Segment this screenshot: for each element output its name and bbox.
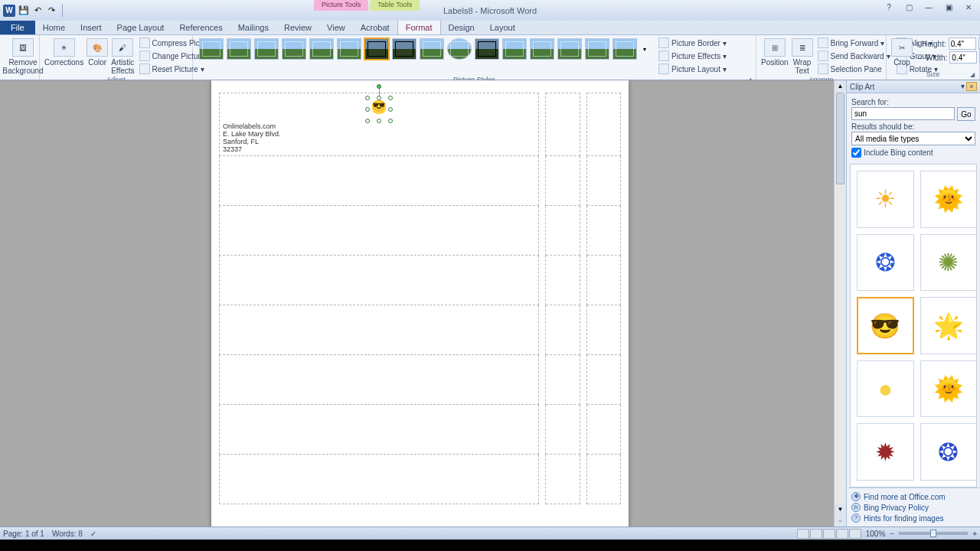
picture-styles-gallery[interactable]: ▾ — [198, 37, 651, 61]
include-bing-label: Include Bing content — [864, 148, 933, 157]
label-cell[interactable]: Onlinelabels.com E. Lake Mary Blvd. Sanf… — [220, 93, 539, 156]
rotate-handle[interactable] — [377, 84, 381, 89]
tab-format[interactable]: Format — [397, 20, 441, 34]
selection-pane-button[interactable]: Selection Pane — [816, 63, 892, 75]
label-cell[interactable] — [586, 93, 620, 156]
tab-view[interactable]: View — [319, 21, 353, 34]
page-status[interactable]: Page: 1 of 1 — [3, 530, 44, 538]
clipart-result-item[interactable]: 😎 — [857, 297, 914, 354]
tab-insert[interactable]: Insert — [73, 21, 109, 34]
clipart-result-item[interactable]: ● — [857, 360, 914, 418]
labels-table[interactable]: Onlinelabels.com E. Lake Mary Blvd. Sanf… — [219, 93, 621, 504]
tab-file[interactable]: File — [0, 21, 35, 34]
proofing-icon[interactable]: ✓ — [90, 530, 96, 538]
wrap-text-button[interactable]: ≣Wrap Text — [792, 37, 813, 75]
tab-references[interactable]: References — [172, 21, 230, 34]
label-cell[interactable] — [546, 93, 580, 156]
clipart-result-item[interactable]: 🌟 — [920, 297, 977, 354]
contextual-tabs: Picture Tools Table Tools — [314, 0, 420, 11]
undo-icon[interactable]: ↶ — [32, 5, 43, 16]
label-text-line: Sanford, FL — [223, 138, 535, 145]
remove-background-button[interactable]: 🖼Remove Background — [5, 37, 41, 75]
corrections-button[interactable]: ☀Corrections — [44, 37, 83, 67]
table-tools-tab-header: Table Tools — [370, 0, 420, 11]
document-title: Labels8 - Microsoft Word — [443, 6, 537, 15]
zoom-level[interactable]: 100% — [866, 530, 886, 538]
tab-review[interactable]: Review — [276, 21, 319, 34]
position-button[interactable]: ⊞Position — [761, 37, 789, 67]
help-icon[interactable]: ? — [880, 2, 897, 12]
bring-forward-button[interactable]: Bring Forward ▾ — [816, 37, 892, 49]
clipart-result-item[interactable]: 🌞 — [920, 360, 977, 418]
go-button[interactable]: Go — [957, 107, 975, 121]
label-text-line: Onlinelabels.com — [223, 122, 535, 130]
hints-link[interactable]: ?Hints for finding images — [851, 513, 975, 523]
zoom-in-button[interactable]: + — [972, 530, 977, 538]
ribbon-tabs: File Home Insert Page Layout References … — [0, 21, 980, 34]
vertical-scrollbar[interactable]: ▲ ▼ ◦ — [834, 80, 846, 527]
send-backward-button[interactable]: Send Backward ▾ — [816, 50, 892, 62]
zoom-out-button[interactable]: − — [890, 530, 894, 538]
picture-effects-button[interactable]: Picture Effects ▾ — [657, 50, 728, 62]
page-nav-icon[interactable]: ◦ — [835, 515, 846, 527]
picture-layout-button[interactable]: Picture Layout ▾ — [657, 63, 728, 75]
tab-layout[interactable]: Layout — [482, 21, 523, 34]
zoom-slider[interactable] — [899, 532, 968, 535]
quick-access-toolbar: W 💾 ↶ ↷ — [0, 5, 65, 17]
clipart-result-item[interactable]: ✹ — [857, 423, 914, 481]
scroll-down-icon[interactable]: ▼ — [835, 504, 846, 515]
tab-design[interactable]: Design — [441, 21, 482, 34]
maximize-icon[interactable]: ▣ — [940, 2, 957, 12]
clipart-result-item[interactable]: ❂ — [920, 423, 977, 481]
redo-icon[interactable]: ↷ — [46, 5, 57, 16]
dialog-launcher-icon[interactable]: ◢ — [970, 71, 975, 78]
tab-page-layout[interactable]: Page Layout — [109, 21, 172, 34]
ribbon: 🖼Remove Background ☀Corrections 🎨Color 🖌… — [0, 34, 980, 80]
selected-clipart-image[interactable] — [368, 98, 390, 121]
width-input[interactable] — [949, 51, 977, 64]
clipart-title: Clip Art — [850, 83, 874, 91]
clipart-pane: Clip Art ▾ × Search for: Go Results shou… — [846, 80, 980, 527]
minimize-icon[interactable]: — — [920, 2, 937, 12]
clipart-result-item[interactable]: 🌞 — [920, 171, 977, 228]
include-bing-checkbox[interactable] — [851, 148, 861, 158]
crop-button[interactable]: ✂Crop — [891, 37, 913, 67]
group-label-size: Size◢ — [891, 70, 975, 80]
label-text-line: E. Lake Mary Blvd. — [223, 130, 535, 138]
height-input[interactable] — [949, 37, 976, 50]
pane-menu-icon[interactable]: ▾ — [961, 82, 965, 91]
results-type-select[interactable]: All media file types — [851, 132, 975, 145]
word-icon: W — [3, 5, 15, 17]
height-icon: ↕ — [916, 40, 920, 48]
word-count[interactable]: Words: 8 — [52, 530, 83, 538]
scrollbar-thumb[interactable] — [836, 93, 844, 184]
privacy-link[interactable]: bBing Privacy Policy — [851, 502, 975, 513]
label-text-line: 32337 — [223, 145, 535, 153]
tab-mailings[interactable]: Mailings — [230, 21, 276, 34]
save-icon[interactable]: 💾 — [18, 5, 29, 16]
color-button[interactable]: 🎨Color — [87, 37, 108, 67]
document-area[interactable]: Onlinelabels.com E. Lake Mary Blvd. Sanf… — [0, 80, 834, 527]
status-bar: Page: 1 of 1 Words: 8 ✓ 100% − + — [0, 527, 980, 540]
page: Onlinelabels.com E. Lake Mary Blvd. Sanf… — [211, 80, 629, 527]
tab-acrobat[interactable]: Acrobat — [353, 21, 397, 34]
office-link[interactable]: ❖Find more at Office.com — [851, 491, 975, 502]
results-label: Results should be: — [851, 122, 975, 131]
clipart-result-item[interactable]: ❂ — [857, 234, 914, 292]
picture-tools-tab-header: Picture Tools — [314, 0, 368, 11]
tab-home[interactable]: Home — [35, 21, 73, 34]
artistic-effects-button[interactable]: 🖌Artistic Effects — [111, 37, 134, 75]
scroll-up-icon[interactable]: ▲ — [835, 80, 846, 92]
search-input[interactable] — [851, 107, 955, 120]
view-buttons[interactable] — [797, 529, 861, 539]
width-icon: ↔ — [916, 54, 923, 62]
picture-border-button[interactable]: Picture Border ▾ — [657, 37, 728, 49]
close-pane-icon[interactable]: × — [966, 82, 977, 91]
close-icon[interactable]: ✕ — [960, 2, 977, 12]
minimize-ribbon-icon[interactable]: ▢ — [900, 2, 917, 12]
search-label: Search for: — [851, 98, 975, 106]
clipart-result-item[interactable]: ☀ — [857, 171, 914, 228]
title-bar: W 💾 ↶ ↷ Picture Tools Table Tools Labels… — [0, 0, 980, 21]
clipart-result-item[interactable]: ✺ — [920, 234, 977, 292]
clipart-results: ☀ 🌞 ❂ ✺ 😎 🌟 ● 🌞 ✹ ❂ — [850, 164, 977, 487]
